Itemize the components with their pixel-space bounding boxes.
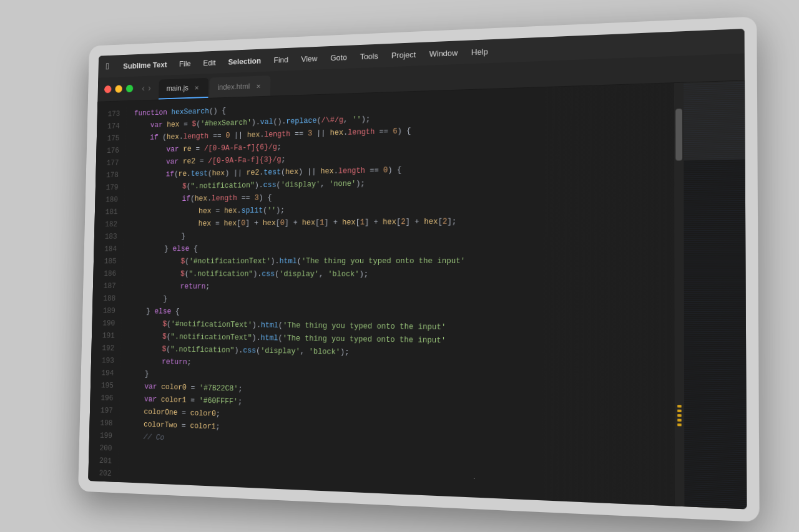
line-num: 180: [105, 194, 118, 206]
change-dot: [677, 423, 682, 425]
code-line: $('#notificationText').html('The thing y…: [130, 254, 674, 268]
line-num: 191: [102, 330, 115, 342]
menubar-project[interactable]: Project: [391, 49, 416, 59]
tab-main-js[interactable]: main.js ✕: [159, 77, 209, 99]
editor: 173 174 175 176 177 178 179 180 181 182 …: [88, 80, 747, 509]
tab-main-js-label: main.js: [166, 84, 189, 92]
change-dot: [677, 418, 682, 421]
line-num: 195: [101, 379, 114, 392]
line-num: 182: [105, 218, 117, 231]
change-dot: [677, 414, 682, 417]
line-num: 188: [103, 293, 115, 305]
menubar-window[interactable]: Window: [429, 47, 458, 58]
line-num: 173: [107, 108, 120, 120]
line-num: 199: [100, 430, 112, 443]
line-num: 203: [99, 480, 111, 493]
line-num: 194: [101, 367, 114, 379]
line-num: 189: [103, 305, 115, 317]
line-num: 192: [102, 342, 114, 355]
laptop-frame:  Sublime Text File Edit Selection Find …: [78, 16, 760, 522]
menubar-find[interactable]: Find: [273, 54, 288, 64]
code-content[interactable]: function hexSearch() { var hex = $('#hex…: [118, 83, 675, 506]
line-num: 187: [104, 280, 116, 293]
line-num: 184: [104, 243, 117, 256]
change-indicators: [675, 405, 682, 426]
tab-index-html-label: index.html: [217, 82, 250, 91]
tab-bar: main.js ✕ index.html ✕: [159, 71, 271, 99]
tab-index-html-close[interactable]: ✕: [255, 82, 263, 90]
line-num: 197: [100, 405, 113, 418]
tab-main-js-close[interactable]: ✕: [193, 83, 201, 92]
menubar-help[interactable]: Help: [471, 46, 488, 56]
line-num: 201: [99, 455, 112, 468]
menubar-edit[interactable]: Edit: [203, 57, 215, 67]
code-line: } else {: [131, 241, 675, 256]
menubar-file[interactable]: File: [179, 59, 191, 68]
line-num: 202: [99, 467, 111, 480]
maximize-button[interactable]: [126, 84, 134, 92]
screen:  Sublime Text File Edit Selection Find …: [88, 29, 747, 509]
back-arrow-icon[interactable]: ‹: [142, 82, 145, 93]
line-num: 185: [104, 255, 117, 268]
line-num: 196: [100, 392, 113, 405]
tab-index-html[interactable]: index.html ✕: [210, 75, 271, 98]
change-dot: [677, 409, 682, 412]
line-num: 175: [107, 132, 119, 145]
change-dot: [677, 405, 682, 407]
line-num: 200: [99, 442, 112, 455]
menubar-app-name[interactable]: Sublime Text: [123, 59, 167, 70]
line-num: 181: [105, 206, 118, 218]
traffic-lights: [104, 84, 133, 93]
apple-icon: : [106, 61, 109, 72]
scrollbar[interactable]: [674, 82, 684, 506]
menubar-goto[interactable]: Goto: [330, 52, 347, 62]
code-line: $(".notification").css('display', 'block…: [130, 268, 675, 281]
minimap-content: [684, 80, 747, 509]
line-num: 177: [106, 157, 119, 170]
minimap[interactable]: [684, 80, 747, 509]
line-num: 178: [106, 169, 119, 181]
line-num: 198: [100, 417, 112, 430]
line-num: 193: [102, 354, 114, 367]
minimize-button[interactable]: [115, 85, 122, 92]
line-num: 186: [104, 268, 116, 280]
close-button[interactable]: [104, 85, 112, 92]
menubar-selection[interactable]: Selection: [228, 56, 261, 65]
line-num: 190: [102, 317, 115, 330]
line-num: 174: [107, 120, 120, 133]
nav-arrows: ‹ ›: [142, 82, 151, 93]
line-num: 183: [105, 231, 117, 243]
menubar-tools[interactable]: Tools: [360, 51, 378, 60]
line-num: 176: [107, 145, 119, 157]
forward-arrow-icon[interactable]: ›: [148, 82, 151, 93]
menubar-view[interactable]: View: [301, 53, 317, 62]
line-num: 179: [106, 181, 119, 194]
scrollbar-thumb[interactable]: [675, 109, 682, 160]
